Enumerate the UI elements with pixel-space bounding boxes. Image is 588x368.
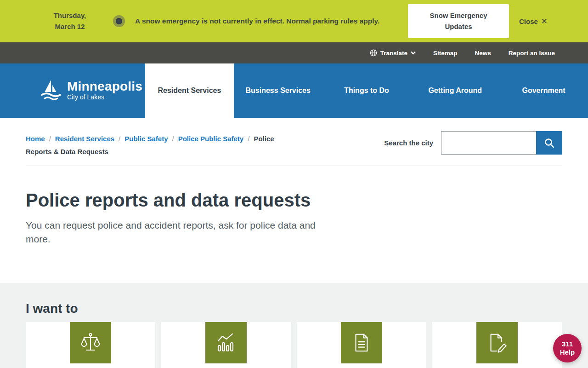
utility-link-sitemap[interactable]: Sitemap bbox=[433, 50, 458, 57]
action-card-police-data[interactable] bbox=[161, 322, 291, 368]
alert-date: Thursday, March 12 bbox=[51, 10, 88, 32]
breadcrumb-link-home[interactable]: Home bbox=[26, 135, 45, 143]
status-dot-icon bbox=[113, 15, 125, 27]
close-banner-button[interactable]: Close ✕ bbox=[519, 17, 548, 26]
breadcrumb-row: Home/Resident Services/Public Safety/Pol… bbox=[26, 118, 562, 158]
snow-emergency-updates-button[interactable]: Snow Emergency Updates bbox=[408, 4, 509, 38]
nav-tab-resident-services[interactable]: Resident Services bbox=[145, 63, 234, 118]
breadcrumb: Home/Resident Services/Public Safety/Pol… bbox=[26, 132, 301, 158]
chart-icon bbox=[215, 332, 237, 354]
page-intro: You can request police and accident repo… bbox=[26, 218, 323, 246]
search-input[interactable] bbox=[441, 131, 536, 155]
breadcrumb-link-police-public-safety[interactable]: Police Public Safety bbox=[178, 135, 244, 143]
chevron-down-icon bbox=[411, 51, 416, 55]
globe-icon bbox=[370, 49, 377, 57]
content-area: Home/Resident Services/Public Safety/Pol… bbox=[0, 118, 588, 283]
divider bbox=[26, 166, 562, 166]
nav-tab-things-to-do[interactable]: Things to Do bbox=[322, 63, 411, 118]
action-card-request-reports[interactable] bbox=[26, 322, 155, 368]
utility-bar: Translate Sitemap News Report an Issue bbox=[0, 42, 588, 63]
nav-tab-government[interactable]: Government bbox=[499, 63, 588, 118]
search-button[interactable] bbox=[536, 131, 562, 155]
i-want-to-heading: I want to bbox=[26, 301, 562, 316]
alert-date-line2: March 12 bbox=[51, 21, 88, 32]
snow-alert-banner: Thursday, March 12 A snow emergency is n… bbox=[0, 0, 588, 42]
action-cards bbox=[26, 322, 562, 368]
translate-menu[interactable]: Translate bbox=[370, 49, 416, 57]
document-edit-icon bbox=[486, 332, 508, 353]
search-icon bbox=[544, 138, 555, 149]
scales-of-justice-icon bbox=[79, 332, 102, 354]
breadcrumb-separator: / bbox=[119, 135, 120, 143]
breadcrumb-separator: / bbox=[248, 135, 249, 143]
city-logo[interactable]: Minneapolis City of Lakes bbox=[0, 63, 145, 118]
sailboat-logo-icon bbox=[40, 79, 62, 103]
utility-link-news[interactable]: News bbox=[475, 50, 491, 57]
alert-date-line1: Thursday, bbox=[51, 10, 88, 21]
alert-message: A snow emergency is not currently in eff… bbox=[135, 15, 387, 28]
main-nav: Minneapolis City of Lakes Resident Servi… bbox=[0, 63, 588, 118]
breadcrumb-link-public-safety[interactable]: Public Safety bbox=[124, 135, 168, 143]
action-card-data-request[interactable] bbox=[432, 322, 562, 368]
search-label: Search the city bbox=[384, 139, 433, 147]
icon-tile bbox=[341, 322, 382, 363]
nav-tab-business-services[interactable]: Business Services bbox=[234, 63, 322, 118]
close-icon: ✕ bbox=[541, 17, 548, 26]
breadcrumb-link-resident-services[interactable]: Resident Services bbox=[55, 135, 114, 143]
help-311-button[interactable]: 311 Help bbox=[553, 334, 582, 362]
icon-tile bbox=[476, 322, 518, 363]
logo-title: Minneapolis bbox=[67, 80, 142, 93]
icon-tile bbox=[70, 322, 111, 363]
nav-tab-getting-around[interactable]: Getting Around bbox=[411, 63, 499, 118]
logo-text: Minneapolis City of Lakes bbox=[67, 80, 142, 101]
primary-tabs: Resident Services Business Services Thin… bbox=[145, 63, 588, 118]
help-311-number: 311 bbox=[553, 340, 582, 348]
icon-tile bbox=[205, 322, 247, 363]
help-311-label: Help bbox=[553, 348, 582, 356]
site-search: Search the city bbox=[384, 127, 562, 158]
translate-label: Translate bbox=[380, 50, 407, 57]
logo-subtitle: City of Lakes bbox=[67, 93, 142, 101]
document-icon bbox=[351, 332, 372, 353]
close-label: Close bbox=[519, 17, 538, 25]
breadcrumb-separator: / bbox=[49, 135, 51, 143]
page-title: Police reports and data requests bbox=[26, 189, 562, 211]
breadcrumb-separator: / bbox=[172, 135, 174, 143]
i-want-to-section: I want to bbox=[0, 283, 588, 368]
action-card-reports[interactable] bbox=[297, 322, 426, 368]
utility-link-report-an-issue[interactable]: Report an Issue bbox=[509, 50, 555, 57]
